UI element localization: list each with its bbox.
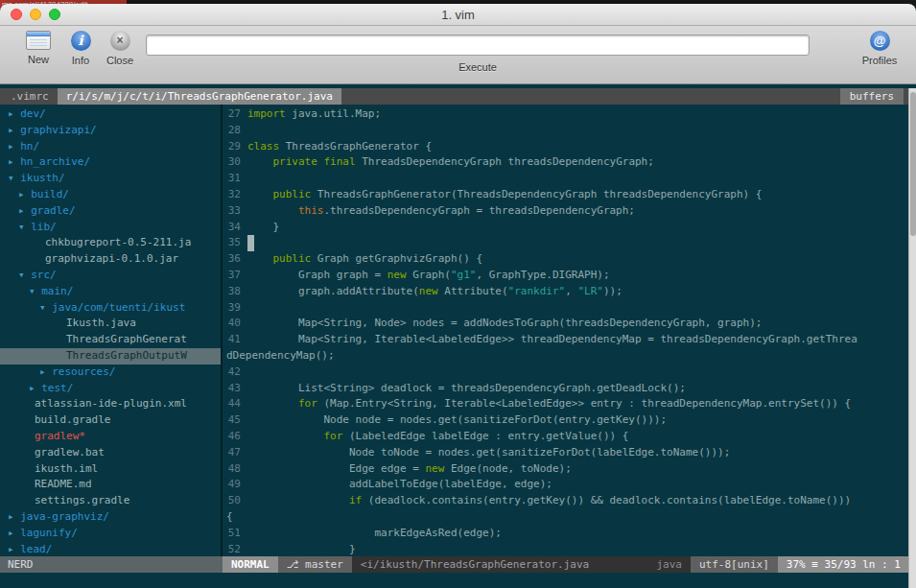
tree-dir-item[interactable]: ▾ ikusth/ (0, 171, 221, 187)
cursor-position-indicator: 37% ≡ 35/93 ln : 1 (778, 556, 916, 573)
command-line[interactable] (0, 573, 916, 588)
code-line[interactable]: dDependencyMap(); (223, 348, 916, 365)
tree-dir-item[interactable]: ▸ java-graphviz/ (0, 509, 221, 526)
code-line[interactable]: 50 if (deadlock.contains(entry.getKey())… (223, 493, 916, 509)
minimize-window-button[interactable] (30, 9, 41, 20)
tree-file-item[interactable]: ikusth.iml (0, 461, 221, 478)
code-line[interactable]: 39 (223, 300, 916, 317)
line-number: 52 (223, 542, 247, 556)
execute-input[interactable] (146, 35, 810, 56)
line-number: 30 (223, 154, 247, 171)
tree-file-item[interactable]: ThreadsGraphGenerat (0, 332, 221, 348)
scrollbar-thumb[interactable] (910, 92, 916, 236)
tree-file-item[interactable]: gradlew.bat (0, 445, 221, 461)
tree-file-item[interactable]: chkbugreport-0.5-211.ja (0, 235, 221, 251)
chevron-right-icon: ▸ (18, 188, 31, 200)
close-icon: × (110, 31, 130, 51)
tree-file-item[interactable]: build.gradle (0, 412, 221, 429)
tree-file-item[interactable]: gradlew* (0, 429, 221, 445)
code-line[interactable]: 35 (223, 235, 916, 251)
chevron-right-icon: ▸ (8, 140, 20, 153)
code-line[interactable]: 46 for (LabeledEdge labelEdge : entry.ge… (223, 429, 916, 445)
tree-file-item[interactable]: atlassian-ide-plugin.xml (0, 396, 221, 412)
code-text: } (247, 220, 279, 236)
tree-dir-item[interactable]: ▾ main/ (0, 284, 221, 300)
code-line[interactable]: 40 Map<String, Node> nodes = addNodesToG… (223, 316, 916, 332)
tab-vimrc[interactable]: .vimrc (2, 88, 58, 105)
profiles-button[interactable]: @ Profiles (853, 31, 906, 66)
code-line[interactable]: 43 List<String> deadlock = threadsDepend… (223, 381, 916, 397)
tree-dir-item[interactable]: ▸ hn_archive/ (0, 154, 221, 171)
code-line[interactable]: 47 Node toNode = nodes.get(sanitizeForDo… (223, 445, 916, 461)
tree-dir-item[interactable]: ▸ hn/ (0, 139, 221, 155)
code-line[interactable]: 37 Graph graph = new Graph("g1", GraphTy… (223, 268, 916, 284)
tree-dir-item[interactable]: ▸ test/ (0, 381, 221, 397)
zoom-window-button[interactable] (49, 9, 60, 20)
tree-dir-item[interactable]: ▾ lib/ (0, 220, 221, 236)
tree-item-label: lead/ (20, 543, 52, 555)
code-line[interactable]: 36 public Graph getGraphvizGraph() { (223, 251, 916, 268)
code-line[interactable]: 52 } (223, 542, 916, 556)
code-line[interactable]: 49 addLabelToEdge(labelEdge, edge); (223, 477, 916, 493)
line-number: 35 (223, 235, 247, 251)
tree-dir-item[interactable]: ▸ lead/ (0, 542, 221, 556)
code-line[interactable]: 44 for (Map.Entry<String, Iterable<Label… (223, 396, 916, 412)
code-area[interactable]: 27import java.util.Map;2829class Threads… (223, 105, 916, 556)
git-branch-name: master (305, 558, 343, 571)
code-line[interactable]: 33 this.threadsDependencyGraph = threads… (223, 203, 916, 220)
tree-dir-item[interactable]: ▸ resources/ (0, 365, 221, 381)
tree-item-label: Ikusth.java (66, 317, 136, 329)
tab-threadsgraphgenerator[interactable]: r/i/s/m/j/c/t/i/ThreadsGraphGenerator.ja… (58, 88, 341, 105)
chevron-right-icon: ▸ (18, 204, 31, 217)
line-number: 45 (223, 412, 247, 429)
tree-file-item[interactable]: Ikusth.java (0, 316, 221, 332)
code-line[interactable]: 45 Node node = nodes.get(sanitizeForDot(… (223, 412, 916, 429)
tree-dir-item[interactable]: ▸ lagunify/ (0, 526, 221, 542)
chevron-right-icon: ▸ (8, 543, 20, 555)
code-line[interactable]: 32 public ThreadsGraphGenerator(ThreadsD… (223, 187, 916, 203)
tree-dir-item[interactable]: ▸ gradle/ (0, 203, 221, 220)
tree-dir-item[interactable]: ▸ graphvizapi/ (0, 123, 221, 139)
code-line[interactable]: 38 graph.addAttribute(new Attribute("ran… (223, 284, 916, 300)
tree-dir-item[interactable]: ▸ dev/ (0, 106, 221, 123)
scrollbar[interactable] (908, 88, 916, 588)
chevron-right-icon: ▸ (29, 382, 41, 394)
line-number: 36 (223, 251, 247, 268)
tree-item-label: dev/ (20, 107, 46, 120)
code-text: dDependencyMap(); (223, 348, 335, 365)
code-line[interactable]: 29class ThreadsGraphGenerator { (223, 139, 916, 155)
code-line[interactable]: 48 Edge edge = new Edge(node, toNode); (223, 461, 916, 478)
code-line[interactable]: 42 (223, 365, 916, 381)
code-line[interactable]: 51 markEdgeAsRed(edge); (223, 526, 916, 542)
statusline: NERD NORMAL ⎇ master <i/ikusth/ThreadsGr… (0, 556, 916, 573)
tree-file-item[interactable]: settings.gradle (0, 493, 221, 509)
nerdtree-panel[interactable]: ▸ dev/▸ graphvizapi/▸ hn/▸ hn_archive/▾ … (0, 105, 223, 556)
code-line[interactable]: 28 (223, 123, 916, 139)
code-line[interactable]: 27import java.util.Map; (223, 106, 916, 123)
code-line[interactable]: 41 Map<String, Iterable<LabeledEdge>> th… (223, 332, 916, 348)
new-button[interactable]: New (17, 31, 59, 65)
tree-file-item[interactable]: ThreadsGraphOutputW (0, 348, 221, 365)
close-window-button[interactable] (11, 9, 22, 20)
code-text: Map<String, Iterable<LabeledEdge>> threa… (247, 332, 857, 348)
tree-dir-item[interactable]: ▸ build/ (0, 187, 221, 203)
execute-field-label: Execute (458, 61, 497, 73)
code-line[interactable]: 30 private final ThreadsDependencyGraph … (223, 154, 916, 171)
tree-dir-item[interactable]: ▾ java/com/tuenti/ikust (0, 300, 221, 317)
tree-dir-item[interactable]: ▾ src/ (0, 268, 221, 284)
line-number: 39 (223, 300, 247, 317)
tree-item-label: resources/ (52, 365, 115, 378)
line-number: 50 (223, 493, 247, 509)
tree-item-label: graphvizapi/ (20, 124, 96, 136)
code-line[interactable]: { (223, 509, 916, 526)
line-number: 51 (223, 526, 247, 542)
encoding-indicator: utf-8[unix] (691, 556, 778, 573)
info-button[interactable]: i Info (63, 31, 98, 66)
tree-file-item[interactable]: graphvizapi-0.1.0.jar (0, 251, 221, 268)
line-number: 37 (223, 268, 247, 284)
close-button[interactable]: × Close (100, 31, 140, 66)
code-line[interactable]: 31 (223, 171, 916, 187)
code-line[interactable]: 34 } (223, 220, 916, 236)
tree-item-label: src/ (31, 269, 57, 281)
tree-file-item[interactable]: README.md (0, 477, 221, 493)
